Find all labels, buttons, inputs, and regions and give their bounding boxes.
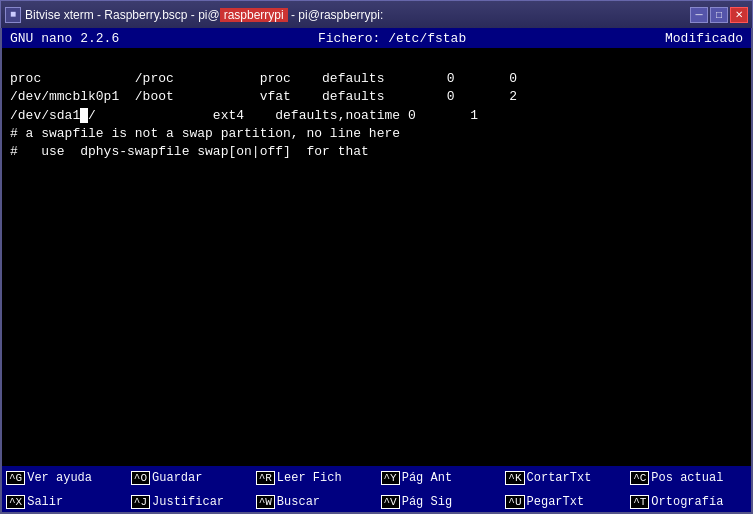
title-controls: ─ □ ✕ <box>690 7 748 23</box>
shortcut-key-y: ^Y <box>381 471 400 485</box>
title-prefix: Bitvise xterm - Raspberry.bscp - pi@ <box>25 8 220 22</box>
line-4: # a swapfile is not a swap partition, no… <box>10 126 400 141</box>
shortcut-label-ver-ayuda: Ver ayuda <box>27 471 92 485</box>
shortcut-pos-actual[interactable]: ^C Pos actual <box>626 466 751 490</box>
shortcut-key-u: ^U <box>505 495 524 509</box>
nano-file: Fichero: /etc/fstab <box>318 31 466 46</box>
title-text: Bitvise xterm - Raspberry.bscp - pi@rasp… <box>25 8 383 22</box>
shortcut-label-pegar-txt: PegarTxt <box>527 495 585 509</box>
shortcut-buscar[interactable]: ^W Buscar <box>252 490 377 514</box>
shortcut-label-ortografia: Ortografía <box>651 495 723 509</box>
line-5: # use dphys-swapfile swap[on|off] for th… <box>10 144 369 159</box>
shortcut-label-justificar: Justificar <box>152 495 224 509</box>
shortcut-label-pag-sig: Pág Sig <box>402 495 452 509</box>
shortcut-justificar[interactable]: ^J Justificar <box>127 490 252 514</box>
window-icon-char: ■ <box>10 9 16 20</box>
shortcut-cortar-txt[interactable]: ^K CortarTxt <box>501 466 626 490</box>
shortcut-leer-fich[interactable]: ^R Leer Fich <box>252 466 377 490</box>
shortcut-label-cortar-txt: CortarTxt <box>527 471 592 485</box>
nano-header: GNU nano 2.2.6 Fichero: /etc/fstab Modif… <box>2 28 751 48</box>
shortcut-pag-ant[interactable]: ^Y Pág Ant <box>377 466 502 490</box>
shortcut-key-t: ^T <box>630 495 649 509</box>
line-1: proc /proc proc defaults 0 0 <box>10 71 517 86</box>
shortcut-key-c: ^C <box>630 471 649 485</box>
title-bar-left: ■ Bitvise xterm - Raspberry.bscp - pi@ra… <box>5 7 383 23</box>
shortcut-guardar[interactable]: ^O Guardar <box>127 466 252 490</box>
terminal[interactable]: GNU nano 2.2.6 Fichero: /etc/fstab Modif… <box>0 28 753 466</box>
line-3: /dev/sda1 / ext4 defaults,noatime 0 1 <box>10 108 478 123</box>
shortcut-key-g: ^G <box>6 471 25 485</box>
close-button[interactable]: ✕ <box>730 7 748 23</box>
shortcut-salir[interactable]: ^X Salir <box>2 490 127 514</box>
shortcut-label-pos-actual: Pos actual <box>651 471 723 485</box>
shortcut-label-pag-ant: Pág Ant <box>402 471 452 485</box>
shortcut-key-j: ^J <box>131 495 150 509</box>
shortcut-label-salir: Salir <box>27 495 63 509</box>
title-highlight: raspberrypi <box>220 8 288 22</box>
shortcut-key-k: ^K <box>505 471 524 485</box>
shortcut-key-r: ^R <box>256 471 275 485</box>
window-icon: ■ <box>5 7 21 23</box>
shortcut-ver-ayuda[interactable]: ^G Ver ayuda <box>2 466 127 490</box>
shortcuts-bar: ^G Ver ayuda ^O Guardar ^R Leer Fich ^Y … <box>0 466 753 514</box>
shortcut-label-leer-fich: Leer Fich <box>277 471 342 485</box>
shortcut-key-o: ^O <box>131 471 150 485</box>
terminal-content[interactable]: proc /proc proc defaults 0 0 /dev/mmcblk… <box>2 48 751 466</box>
title-suffix: - pi@raspberrypi: <box>288 8 384 22</box>
nano-modified: Modificado <box>665 31 743 46</box>
line-2: /dev/mmcblk0p1 /boot vfat defaults 0 2 <box>10 89 517 104</box>
shortcut-key-w: ^W <box>256 495 275 509</box>
shortcut-label-guardar: Guardar <box>152 471 202 485</box>
shortcut-key-x: ^X <box>6 495 25 509</box>
maximize-button[interactable]: □ <box>710 7 728 23</box>
shortcut-pag-sig[interactable]: ^V Pág Sig <box>377 490 502 514</box>
title-bar: ■ Bitvise xterm - Raspberry.bscp - pi@ra… <box>0 0 753 28</box>
shortcut-label-buscar: Buscar <box>277 495 320 509</box>
shortcut-pegar-txt[interactable]: ^U PegarTxt <box>501 490 626 514</box>
shortcut-key-v: ^V <box>381 495 400 509</box>
shortcut-ortografia[interactable]: ^T Ortografía <box>626 490 751 514</box>
minimize-button[interactable]: ─ <box>690 7 708 23</box>
nano-version: GNU nano 2.2.6 <box>10 31 119 46</box>
cursor <box>80 108 88 123</box>
